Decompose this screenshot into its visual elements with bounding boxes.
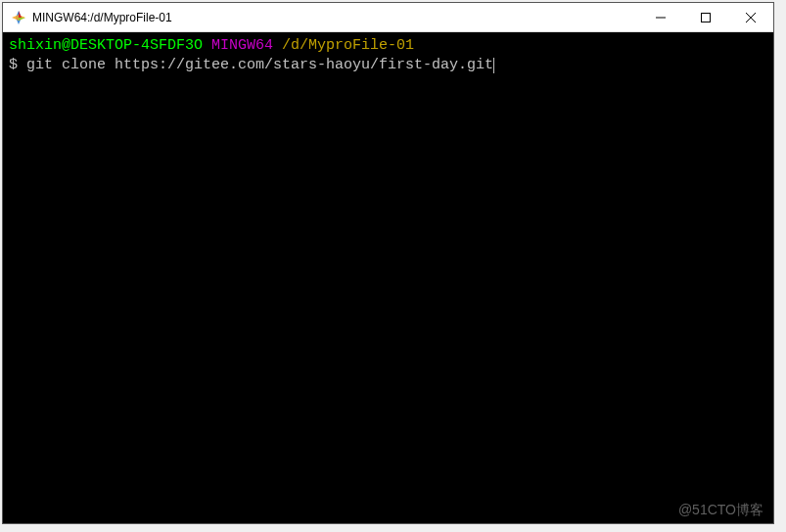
watermark: @51CTO博客 (678, 501, 763, 519)
window-title: MINGW64:/d/MyproFile-01 (32, 11, 638, 24)
maximize-button[interactable] (683, 3, 728, 31)
app-icon (11, 10, 26, 25)
window-controls (638, 3, 773, 31)
prompt-line: shixin@DESKTOP-4SFDF3O MINGW64 /d/MyproF… (9, 36, 767, 56)
minimize-button[interactable] (638, 3, 683, 31)
terminal-window: MINGW64:/d/MyproFile-01 shixin@DESKTOP-4… (2, 2, 774, 524)
svg-rect-5 (702, 13, 711, 22)
svg-marker-3 (19, 18, 25, 21)
terminal-body[interactable]: shixin@DESKTOP-4SFDF3O MINGW64 /d/MyproF… (3, 32, 773, 523)
user-host: shixin@DESKTOP-4SFDF3O (9, 37, 203, 54)
command-text: git clone https://gitee.com/stars-haoyu/… (26, 57, 493, 73)
prompt-symbol: $ (9, 57, 18, 73)
env-label: MINGW64 (211, 37, 273, 54)
close-button[interactable] (728, 3, 773, 31)
command-line: $ git clone https://gitee.com/stars-haoy… (9, 56, 767, 75)
cursor (493, 58, 494, 73)
svg-marker-2 (19, 11, 22, 18)
cwd-path: /d/MyproFile-01 (282, 37, 414, 54)
titlebar[interactable]: MINGW64:/d/MyproFile-01 (3, 3, 773, 32)
